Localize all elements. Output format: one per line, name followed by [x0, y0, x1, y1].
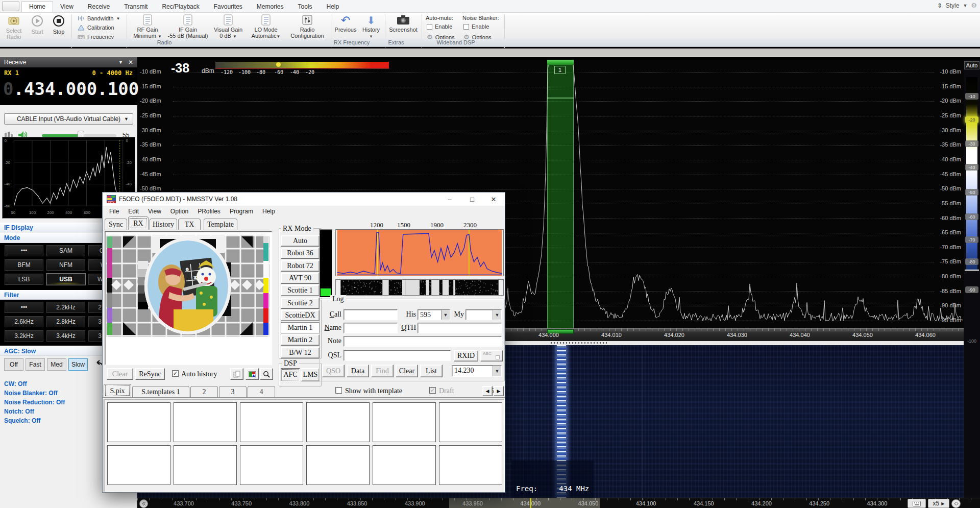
frequency-lcd[interactable]: RX 1 0 - 4000 Hz 0.434.000.100 — [0, 67, 137, 105]
page-next-button[interactable]: ▶ — [494, 386, 504, 396]
menu-program[interactable]: Program — [225, 208, 258, 215]
rf-gain-button[interactable]: RF GainMinimum ▼ — [131, 14, 164, 40]
mode-button-bfm[interactable]: BFM — [4, 259, 44, 271]
minimize-button[interactable]: – — [439, 192, 460, 206]
template-thumbnail[interactable] — [107, 402, 170, 442]
ribbon-tab-view[interactable]: View — [53, 2, 81, 12]
log-clear-button[interactable]: Clear — [396, 365, 418, 377]
lo-mode-button[interactable]: LO ModeAutomatic▼ — [248, 14, 284, 40]
start-button[interactable]: Start — [28, 14, 47, 35]
radio-configuration-button[interactable]: RadioConfiguration — [285, 14, 330, 39]
status-notch-off[interactable]: Notch: Off — [4, 408, 34, 415]
span-reset-button[interactable] — [951, 499, 961, 508]
mode-button-sam[interactable]: SAM — [46, 245, 86, 257]
pix-tab-4[interactable]: 4 — [248, 386, 275, 397]
template-thumbnail[interactable] — [306, 445, 370, 485]
rx-image-frame[interactable]: ox — [105, 231, 272, 365]
template-thumbnail[interactable] — [174, 402, 237, 442]
scale-chip-10[interactable]: -10 — [965, 93, 978, 100]
rx-mode-auto[interactable]: Auto — [281, 235, 320, 247]
rx-mode-martin-1[interactable]: Martin 1 — [281, 322, 320, 333]
mode-button-nfm[interactable]: NFM — [46, 259, 86, 271]
filter-button-3-2khz[interactable]: 3.2kHz — [4, 330, 44, 342]
ribbon-tab-rec-playback[interactable]: Rec/Playback — [155, 2, 206, 12]
filter-button-2-6khz[interactable]: 2.6kHz — [4, 316, 44, 328]
rx-mode-b-w-12[interactable]: B/W 12 — [281, 347, 320, 358]
mode-button-lsb[interactable]: LSB — [4, 273, 44, 285]
qso-button[interactable]: QSO — [322, 365, 345, 377]
mmsstv-window[interactable]: SSTV F5OEO (F5OEO.MDT) - MMSSTV Ver 1.08… — [102, 192, 505, 493]
scale-chip-40[interactable]: -40 — [965, 164, 978, 171]
rxid-button[interactable]: RXID — [454, 350, 478, 361]
scale-chip-70[interactable]: -70 — [965, 236, 978, 243]
auto-mute-enable-checkbox[interactable]: Enable — [427, 23, 452, 30]
picture-viewer-button[interactable] — [246, 368, 259, 380]
select-radio-button[interactable]: SelectRadio — [2, 14, 26, 40]
template-thumbnail[interactable] — [306, 402, 370, 442]
keypad-button[interactable] — [908, 499, 926, 508]
draft-checkbox[interactable]: ✓ — [429, 387, 436, 394]
scale-chip-50[interactable]: -50 — [965, 189, 978, 196]
magnifier-button[interactable] — [260, 368, 273, 380]
band-frequency-combo[interactable]: 14.230▼ — [452, 365, 502, 377]
filter-button-3-4khz[interactable]: 3.4kHz — [46, 330, 86, 342]
channel-number-badge[interactable]: 1 — [554, 66, 566, 74]
scale-chip-80[interactable]: -80 — [965, 258, 978, 265]
pix-tab-s-pix[interactable]: S.pix — [104, 384, 131, 397]
menu-help[interactable]: Help — [258, 208, 280, 215]
ribbon-tab-favourites[interactable]: Favourites — [207, 2, 250, 12]
scale-chip-30[interactable]: -30 — [965, 140, 978, 147]
agc-button-slow[interactable]: Slow — [68, 358, 88, 371]
template-thumbnail[interactable] — [107, 445, 170, 485]
resync-button[interactable]: ReSync — [135, 368, 165, 380]
noise-blanker-enable-checkbox[interactable]: Enable — [463, 23, 489, 30]
template-thumbnail[interactable] — [240, 402, 303, 442]
scale-chip-60[interactable]: -60 — [965, 213, 978, 220]
pix-tab-3[interactable]: 3 — [219, 386, 247, 397]
bandwidth-button[interactable]: Bandwidth▼ — [78, 15, 120, 21]
find-button[interactable]: Find — [371, 365, 394, 377]
tab-rx[interactable]: RX — [128, 216, 149, 230]
status-squelch-off[interactable]: Squelch: Off — [4, 417, 40, 424]
chevron-down-icon[interactable]: ▼ — [493, 366, 501, 376]
ribbon-tab-home[interactable]: Home — [21, 1, 53, 12]
agc-button-off[interactable]: Off — [4, 358, 23, 371]
calibration-button[interactable]: Calibration — [78, 25, 114, 31]
audio-device-select[interactable]: CABLE Input (VB-Audio Virtual Cable) ▼ — [4, 113, 133, 125]
menu-edit[interactable]: Edit — [124, 208, 143, 215]
status-noise-reduction-off[interactable]: Noise Reduction: Off — [4, 399, 65, 406]
ribbon-tab-receive[interactable]: Receive — [81, 2, 117, 12]
collapse-ribbon-icon[interactable]: ⇕ — [937, 2, 942, 9]
call-input[interactable] — [344, 309, 398, 320]
template-thumbnail[interactable] — [439, 402, 502, 442]
qsl-input[interactable] — [344, 350, 451, 361]
app-window-icon[interactable] — [2, 1, 19, 11]
filter-button-2-8khz[interactable]: 2.8kHz — [46, 316, 86, 328]
agc-button-med[interactable]: Med — [47, 358, 66, 371]
sstv-audio-spectrum[interactable] — [335, 229, 504, 276]
template-thumbnail[interactable] — [174, 445, 237, 485]
status-noise-blanker-off[interactable]: Noise Blanker: Off — [4, 390, 58, 397]
copy-image-button[interactable] — [230, 368, 243, 380]
mode-button-usb[interactable]: USB — [46, 273, 86, 285]
chevron-down-icon[interactable]: ▼ — [493, 310, 501, 320]
abc-spellcheck-button[interactable]: ABC — [480, 350, 503, 361]
ribbon-tab-tools[interactable]: Tools — [291, 2, 320, 12]
pix-tab-s-templates-1[interactable]: S.templates 1 — [132, 386, 189, 397]
scale-chip-90[interactable]: -90 — [965, 286, 978, 293]
history-button[interactable]: ⬇ History ▼ — [358, 14, 384, 40]
menu-view[interactable]: View — [143, 208, 166, 215]
close-icon[interactable]: ✕ — [128, 59, 133, 66]
his-rst-combo[interactable]: 595▼ — [418, 309, 450, 320]
lms-toggle-button[interactable]: LMS — [301, 368, 320, 381]
rx-mode-martin-2[interactable]: Martin 2 — [281, 334, 320, 346]
ribbon-tab-transmit[interactable]: Transmit — [117, 2, 155, 12]
close-button[interactable]: ✕ — [483, 192, 504, 206]
tab-template[interactable]: Template — [204, 219, 237, 230]
receive-panel-header[interactable]: Receive ▼ ✕ — [0, 57, 137, 67]
template-thumbnail[interactable] — [240, 445, 303, 485]
stop-button[interactable]: Stop — [49, 14, 68, 35]
menu-option[interactable]: Option — [166, 208, 193, 215]
channel-marker-cap[interactable] — [547, 60, 574, 65]
template-thumbnail[interactable] — [373, 445, 436, 485]
